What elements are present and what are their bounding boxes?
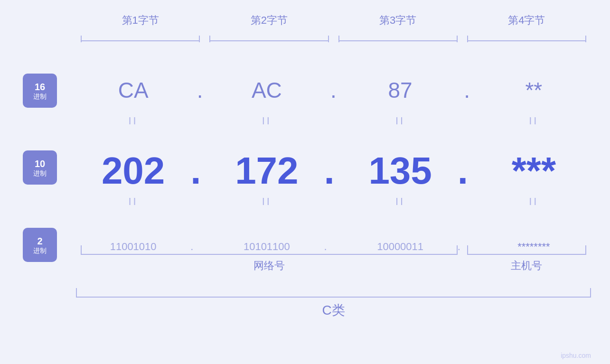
bottom-area: 网络号 主机号 C类 — [76, 245, 591, 326]
dec-val-1: 202 — [76, 149, 190, 193]
dot-dec-1: . — [190, 149, 209, 193]
hex-val-3: 87 — [343, 77, 458, 103]
bracket-seg-1 — [81, 36, 200, 45]
eq1-3: II — [343, 115, 458, 127]
host-section: 主机号 — [462, 245, 591, 288]
hex-unit: 进制 — [33, 93, 47, 101]
host-bracket — [467, 245, 586, 255]
dec-row: 202 . 172 . 135 . *** — [76, 152, 591, 190]
hex-val-4: ** — [477, 77, 591, 103]
net-host-row: 网络号 主机号 — [76, 245, 591, 288]
dot-hex-2: . — [324, 77, 343, 103]
hex-base: 16 — [35, 81, 45, 93]
hex-row: CA . AC . 87 . ** — [76, 71, 591, 109]
dot-dec-2: . — [324, 149, 343, 193]
host-label: 主机号 — [462, 259, 591, 273]
bin-unit: 进制 — [33, 247, 47, 255]
class-label: C类 — [76, 301, 591, 319]
net-section: 网络号 — [76, 245, 462, 288]
byte-header-3: 第3字节 — [334, 13, 462, 28]
bracket-seg-3 — [338, 36, 458, 45]
dec-base: 10 — [35, 158, 45, 169]
main-container: 第1字节 第2字节 第3字节 第4字节 16 进制 10 进制 2 进制 CA … — [0, 0, 610, 364]
eq2-4: II — [477, 196, 591, 208]
dec-unit: 进制 — [33, 169, 47, 177]
eq2-1: II — [76, 196, 190, 208]
dot-hex-1: . — [190, 77, 209, 103]
dot-hex-3: . — [458, 77, 477, 103]
byte-headers: 第1字节 第2字节 第3字节 第4字节 — [76, 13, 591, 28]
eq2-2: II — [209, 196, 324, 208]
eq1-1: II — [76, 115, 190, 127]
bin-badge: 2 进制 — [23, 228, 57, 262]
bracket-top — [76, 36, 591, 45]
dec-val-3: 135 — [343, 149, 458, 193]
eq2-3: II — [343, 196, 458, 208]
bin-base: 2 — [37, 235, 42, 247]
watermark: ipshu.com — [561, 352, 591, 359]
dec-val-4: *** — [477, 149, 591, 193]
eq1-2: II — [209, 115, 324, 127]
equals-row-2: II II II II — [76, 195, 591, 209]
class-row: C类 — [76, 288, 591, 326]
bracket-seg-4 — [467, 36, 586, 45]
net-bracket — [81, 245, 458, 255]
class-bracket — [76, 288, 591, 298]
dec-val-2: 172 — [209, 149, 324, 193]
dec-badge: 10 进制 — [23, 150, 57, 185]
byte-header-2: 第2字节 — [205, 13, 333, 28]
eq1-4: II — [477, 115, 591, 127]
byte-header-1: 第1字节 — [76, 13, 205, 28]
hex-badge: 16 进制 — [23, 74, 57, 108]
dot-dec-3: . — [458, 149, 477, 193]
equals-row-1: II II II II — [76, 114, 591, 128]
hex-val-2: AC — [209, 77, 324, 103]
hex-val-1: CA — [76, 77, 190, 103]
bracket-seg-2 — [209, 36, 328, 45]
byte-header-4: 第4字节 — [462, 13, 591, 28]
net-label: 网络号 — [76, 259, 462, 273]
